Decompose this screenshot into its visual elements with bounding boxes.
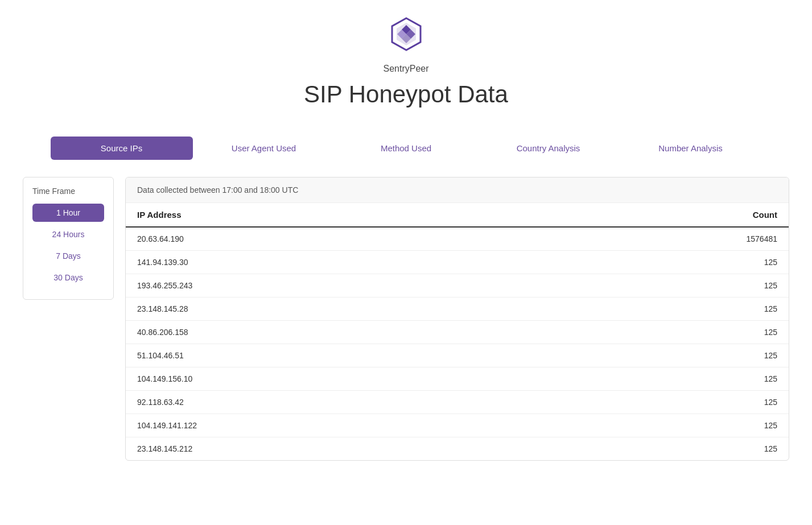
table-header-row: IP Address Count xyxy=(126,203,789,227)
count-cell: 125 xyxy=(527,251,789,274)
table-row: 51.104.46.51125 xyxy=(126,344,789,367)
table-row: 104.149.141.122125 xyxy=(126,414,789,437)
table-row: 104.149.156.10125 xyxy=(126,367,789,391)
table-row: 193.46.255.243125 xyxy=(126,274,789,297)
count-cell: 125 xyxy=(527,437,789,461)
ip-address-cell: 51.104.46.51 xyxy=(126,344,527,367)
count-cell: 125 xyxy=(527,391,789,414)
table-row: 23.148.145.28125 xyxy=(126,297,789,321)
page-header: SentryPeer SIP Honeypot Data xyxy=(0,0,812,137)
ip-address-cell: 141.94.139.30 xyxy=(126,251,527,274)
table-row: 141.94.139.30125 xyxy=(126,251,789,274)
main-navigation: Source IPs User Agent Used Method Used C… xyxy=(0,137,812,160)
count-cell: 125 xyxy=(527,344,789,367)
column-header-ip: IP Address xyxy=(126,203,527,227)
data-panel: Data collected between 17:00 and 18:00 U… xyxy=(125,177,789,461)
data-info-bar: Data collected between 17:00 and 18:00 U… xyxy=(126,177,789,203)
time-option-1hour[interactable]: 1 Hour xyxy=(32,204,104,222)
table-row: 40.86.206.158125 xyxy=(126,321,789,344)
count-cell: 125 xyxy=(527,367,789,391)
time-frame-sidebar: Time Frame 1 Hour 24 Hours 7 Days 30 Day… xyxy=(23,177,114,300)
tab-number-analysis[interactable]: Number Analysis xyxy=(620,137,762,160)
table-row: 23.148.145.212125 xyxy=(126,437,789,461)
table-row: 20.63.64.1901576481 xyxy=(126,227,789,251)
count-cell: 125 xyxy=(527,321,789,344)
count-cell: 125 xyxy=(527,414,789,437)
tab-country-analysis[interactable]: Country Analysis xyxy=(477,137,620,160)
ip-address-cell: 23.148.145.28 xyxy=(126,297,527,321)
ip-address-cell: 20.63.64.190 xyxy=(126,227,527,251)
page-title: SIP Honeypot Data xyxy=(304,81,508,108)
ip-address-cell: 104.149.141.122 xyxy=(126,414,527,437)
count-cell: 125 xyxy=(527,274,789,297)
ip-address-cell: 193.46.255.243 xyxy=(126,274,527,297)
main-content: Time Frame 1 Hour 24 Hours 7 Days 30 Day… xyxy=(0,177,812,461)
brand-name: SentryPeer xyxy=(383,64,428,74)
time-option-30days[interactable]: 30 Days xyxy=(32,268,104,287)
ip-address-cell: 104.149.156.10 xyxy=(126,367,527,391)
sidebar-title: Time Frame xyxy=(32,187,104,196)
ip-address-table: IP Address Count 20.63.64.1901576481141.… xyxy=(126,203,789,460)
ip-address-cell: 40.86.206.158 xyxy=(126,321,527,344)
count-cell: 125 xyxy=(527,297,789,321)
time-option-24hours[interactable]: 24 Hours xyxy=(32,225,104,243)
ip-address-cell: 92.118.63.42 xyxy=(126,391,527,414)
count-cell: 1576481 xyxy=(527,227,789,251)
logo xyxy=(389,17,423,59)
tab-source-ips[interactable]: Source IPs xyxy=(51,137,193,160)
column-header-count: Count xyxy=(527,203,789,227)
tab-user-agent[interactable]: User Agent Used xyxy=(193,137,335,160)
table-row: 92.118.63.42125 xyxy=(126,391,789,414)
ip-address-cell: 23.148.145.212 xyxy=(126,437,527,461)
time-option-7days[interactable]: 7 Days xyxy=(32,247,104,265)
tab-method-used[interactable]: Method Used xyxy=(335,137,477,160)
